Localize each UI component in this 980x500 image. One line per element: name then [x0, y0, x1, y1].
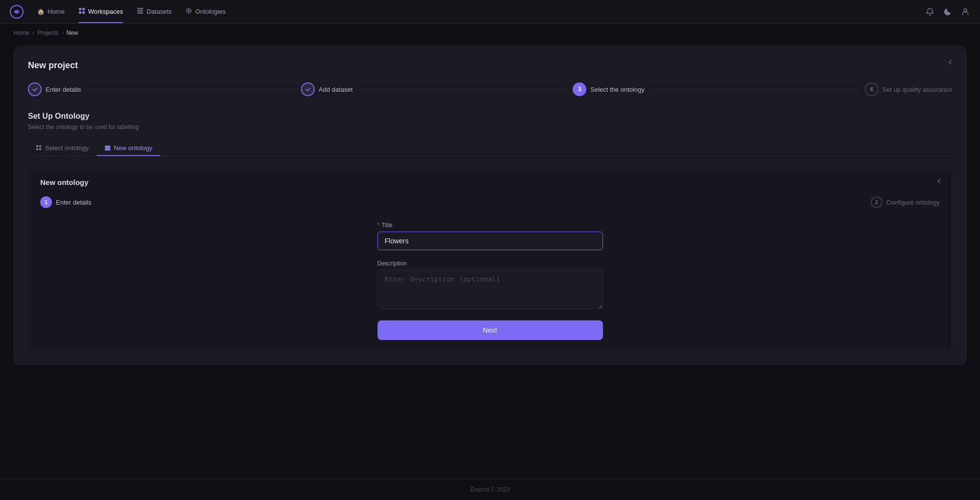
title-label: * Title [377, 222, 603, 229]
svg-rect-15 [36, 145, 38, 147]
svg-rect-21 [105, 149, 110, 151]
step-3-label: Select the ontology [590, 86, 645, 93]
svg-rect-3 [79, 11, 81, 14]
section-title: Set Up Ontology [28, 112, 952, 121]
breadcrumb-current: New [66, 29, 78, 36]
step-quality-assurance: 4 Set up quality assurance [865, 82, 952, 96]
inner-card-title: New ontology [40, 178, 940, 186]
moon-icon[interactable] [943, 7, 953, 17]
mini-step-enter-details: 1 Enter details [40, 196, 91, 208]
workspaces-icon [78, 7, 85, 16]
step-line-3 [651, 89, 859, 90]
bell-icon[interactable] [925, 7, 935, 17]
title-input[interactable] [377, 232, 603, 250]
next-button[interactable]: Next [377, 320, 603, 340]
svg-point-9 [188, 10, 190, 12]
setup-ontology-section: Set Up Ontology Select the ontology to b… [28, 112, 952, 350]
mini-step-2-label: Configure ontology [886, 199, 940, 206]
step-line-1 [87, 89, 295, 90]
home-icon: 🏠 [37, 8, 45, 15]
card-collapse-button[interactable] [944, 56, 956, 68]
step-enter-details: Enter details [28, 82, 81, 96]
step-1-label: Enter details [46, 86, 81, 93]
step-line-2 [358, 89, 567, 90]
breadcrumb-home[interactable]: Home [14, 29, 29, 36]
tab-new-ontology[interactable]: New ontology [97, 140, 160, 156]
new-project-card: New project Enter details [14, 46, 966, 365]
svg-rect-6 [137, 10, 143, 12]
description-label: Description [377, 260, 603, 267]
mini-step-2-circle: 2 [871, 196, 882, 208]
section-subtitle: Select the ontology to be used for label… [28, 124, 952, 131]
inner-card-collapse-button[interactable] [933, 175, 945, 187]
nav-home[interactable]: 🏠 Home [31, 5, 71, 18]
mini-step-1-label: Enter details [56, 199, 91, 206]
step-4-circle: 4 [865, 82, 879, 96]
svg-rect-7 [137, 12, 143, 14]
footer: Encord © 2023 [0, 479, 980, 500]
top-navigation: 🏠 Home Workspaces Datasets [0, 0, 980, 24]
datasets-icon [137, 7, 144, 16]
step-3-circle: 3 [573, 82, 586, 96]
footer-text: Encord © 2023 [470, 486, 509, 493]
svg-rect-19 [105, 146, 110, 147]
nav-datasets[interactable]: Datasets [131, 4, 177, 19]
step-add-dataset: Add dataset [301, 82, 352, 96]
nav-right-icons [925, 7, 970, 17]
card-title: New project [28, 60, 952, 71]
svg-rect-5 [137, 8, 143, 9]
nav-workspaces[interactable]: Workspaces [73, 4, 129, 19]
mini-step-configure-ontology: 2 Configure ontology [871, 196, 940, 208]
main-content: New project Enter details [0, 42, 980, 479]
svg-rect-4 [82, 11, 85, 14]
svg-rect-2 [82, 8, 85, 10]
new-ontology-tab-icon [104, 145, 111, 151]
new-ontology-inner-card: New ontology 1 Enter details 2 Configure… [28, 168, 952, 350]
description-textarea[interactable] [377, 270, 603, 309]
svg-rect-17 [36, 148, 38, 150]
user-icon[interactable] [960, 7, 970, 17]
app-logo[interactable] [10, 5, 24, 19]
breadcrumb-projects[interactable]: Projects [37, 29, 58, 36]
step-select-ontology: 3 Select the ontology [573, 82, 645, 96]
step-2-circle [301, 82, 315, 96]
select-ontology-tab-icon [36, 145, 42, 151]
mini-stepper: 1 Enter details 2 Configure ontology [40, 196, 940, 208]
svg-rect-16 [39, 145, 41, 147]
ontologies-icon [185, 7, 192, 16]
tab-select-ontology[interactable]: Select ontology [28, 140, 97, 156]
nav-ontologies[interactable]: Ontologies [179, 4, 231, 19]
step-4-label: Set up quality assurance [882, 86, 952, 93]
step-2-label: Add dataset [319, 86, 352, 93]
svg-rect-20 [105, 148, 110, 149]
description-field-group: Description [377, 260, 603, 311]
svg-rect-1 [79, 8, 81, 10]
step-1-circle [28, 82, 42, 96]
svg-point-14 [964, 9, 967, 12]
ontology-tabs: Select ontology New ontology [28, 140, 952, 156]
mini-step-1-circle: 1 [40, 196, 52, 208]
title-field-group: * Title [377, 222, 603, 250]
main-stepper: Enter details Add dataset 3 Select the o… [28, 82, 952, 96]
svg-rect-18 [39, 148, 41, 150]
breadcrumb: Home › Projects › New [0, 24, 980, 42]
